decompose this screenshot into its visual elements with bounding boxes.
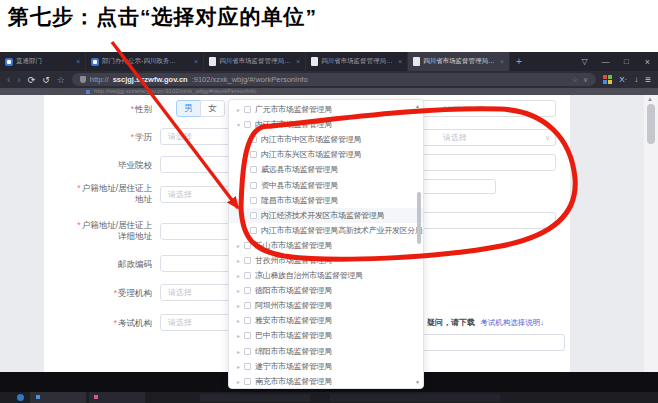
scrollbar-up-icon[interactable]: ▲: [647, 96, 653, 102]
checkbox[interactable]: [244, 332, 251, 339]
tree-item[interactable]: ▸阿坝州市场监督管理局: [229, 298, 423, 313]
browser-address-bar: ‹ › ⟳ ↺ ☆ http:// sscjgj.sczwfw.gov.cn :…: [0, 71, 658, 88]
extensions-grid-icon[interactable]: [603, 75, 612, 84]
education-label: *学历: [74, 132, 152, 143]
tree-scroll-up-icon[interactable]: ▲: [415, 103, 420, 109]
url-input[interactable]: http:// sscjgj.sczwfw.gov.cn :9102/xzxk_…: [72, 73, 596, 86]
gender-female-button[interactable]: 女: [200, 100, 225, 117]
expand-arrow-icon[interactable]: ▸: [237, 272, 244, 279]
tab-bumen-gongshi[interactable]: 部门办件公示-四川政务服务网 ×: [86, 52, 204, 71]
tree-item[interactable]: ▸乐山市市场监督管理局: [229, 238, 423, 253]
expand-arrow-icon[interactable]: ▸: [237, 106, 244, 113]
tree-item[interactable]: ▸凉山彝族自治州市场监督管理局: [229, 268, 423, 283]
tab-scjgj-active[interactable]: 四川省市场监督管理局网上办 ×: [408, 52, 510, 71]
checkbox[interactable]: [250, 182, 257, 189]
checkbox[interactable]: [250, 212, 257, 219]
checkbox[interactable]: [244, 272, 251, 279]
checkbox[interactable]: [250, 227, 257, 234]
expand-arrow-icon[interactable]: ▸: [237, 332, 244, 339]
expand-arrow-icon[interactable]: ▸: [237, 348, 244, 355]
tree-scrollbar-thumb[interactable]: [417, 192, 421, 244]
minimize-button[interactable]: —: [595, 52, 616, 71]
gender-male-button[interactable]: 男: [176, 100, 201, 117]
expand-arrow-icon[interactable]: ▸: [237, 302, 244, 309]
tree-item[interactable]: ▾内江市市场监督管理局: [229, 117, 423, 132]
checkbox[interactable]: [244, 363, 251, 370]
tree-item[interactable]: 隆昌市市场监督管理局: [229, 193, 423, 208]
exam-org-label: *考试机构: [74, 318, 152, 329]
tree-item[interactable]: 资中县市场监督管理局: [229, 177, 423, 192]
new-tab-button[interactable]: +: [510, 52, 528, 71]
forward-icon[interactable]: ›: [17, 75, 20, 85]
tree-item[interactable]: 威远县市场监督管理局: [229, 162, 423, 177]
collapse-arrow-icon[interactable]: ▾: [237, 121, 244, 128]
checkbox[interactable]: [244, 378, 251, 385]
checkbox[interactable]: [244, 348, 251, 355]
expand-arrow-icon[interactable]: ▸: [237, 242, 244, 249]
tree-item[interactable]: ▸巴中市市场监督管理局: [229, 328, 423, 343]
exam-org-guide-link[interactable]: 考试机构选择说明↓: [480, 318, 544, 327]
tree-item[interactable]: ▸遂宁市市场监督管理局: [229, 359, 423, 374]
checkbox[interactable]: [250, 166, 257, 173]
tree-item[interactable]: 内江市市场监督管理局高新技术产业开发区分局: [229, 223, 423, 238]
favorite-star-icon[interactable]: ☆: [57, 75, 65, 85]
expand-arrow-icon[interactable]: ▸: [237, 363, 244, 370]
tab-close-icon[interactable]: ×: [398, 58, 402, 65]
expand-arrow-icon[interactable]: ▸: [237, 378, 244, 385]
right-input[interactable]: [412, 212, 556, 229]
maximize-button[interactable]: □: [616, 52, 637, 71]
tree-item[interactable]: ▸广元市市场监督管理局: [229, 102, 423, 117]
checkbox[interactable]: [244, 257, 251, 264]
tree-item[interactable]: 内江市东兴区市场监督管理局: [229, 147, 423, 162]
checkbox[interactable]: [244, 106, 251, 113]
bookmark-star-icon[interactable]: ☆: [572, 76, 578, 84]
chevron-down-icon[interactable]: ∨: [583, 76, 588, 84]
tree-item[interactable]: ▸甘孜州市场监督管理局: [229, 253, 423, 268]
right-small-input[interactable]: [412, 179, 496, 194]
school-label: 毕业院校: [74, 160, 152, 171]
checkbox[interactable]: [250, 151, 257, 158]
expand-arrow-icon[interactable]: ▸: [237, 287, 244, 294]
birth-date-input[interactable]: 1975-09-23: [412, 100, 556, 117]
tree-item-hovered[interactable]: 内江经济技术开发区市场监督管理局: [229, 208, 423, 223]
checkbox[interactable]: [250, 136, 257, 143]
residence-label: *户籍地址/居住证上地址: [74, 183, 152, 205]
close-window-button[interactable]: ×: [637, 52, 658, 71]
checkbox[interactable]: [244, 317, 251, 324]
translate-icon[interactable]: X·: [619, 75, 627, 84]
tree-item[interactable]: 内江市市中区市场监督管理局: [229, 132, 423, 147]
expand-arrow-icon[interactable]: ▸: [237, 257, 244, 264]
funnel-icon[interactable]: ▽: [574, 52, 595, 71]
scrollbar-thumb[interactable]: [647, 104, 655, 144]
tree-item[interactable]: ▸雅安市市场监督管理局: [229, 313, 423, 328]
tab-zhitong-bumen[interactable]: 直通部门 ×: [0, 52, 86, 71]
tree-item[interactable]: ▸绵阳市市场监督管理局: [229, 344, 423, 359]
right-select[interactable]: 请选择∨: [412, 129, 556, 146]
checkbox[interactable]: [250, 197, 257, 204]
site-favicon: [91, 58, 99, 66]
tree-item[interactable]: ▸德阳市市场监督管理局: [229, 283, 423, 298]
checkbox[interactable]: [244, 121, 251, 128]
taskbar-browser-icon[interactable]: [17, 394, 24, 401]
reload-icon[interactable]: ⟳: [28, 75, 36, 85]
tab-close-icon[interactable]: ×: [194, 58, 198, 65]
refresh-icon[interactable]: ↺: [42, 75, 50, 85]
tab-scjgj-1[interactable]: 四川省市场监督管理局网上办 ×: [204, 52, 306, 71]
tab-close-icon[interactable]: ×: [296, 58, 300, 65]
download-icon[interactable]: ↓: [634, 75, 638, 84]
tree-item[interactable]: ▸南充市市场监督管理局: [229, 374, 423, 389]
expand-arrow-icon[interactable]: ▸: [237, 317, 244, 324]
checkbox[interactable]: [244, 302, 251, 309]
back-icon[interactable]: ‹: [7, 75, 10, 85]
postcode-label: 邮政编码: [74, 259, 152, 270]
right-input[interactable]: [412, 154, 556, 171]
right-bottom-input[interactable]: [420, 334, 565, 351]
tree-scroll-down-icon[interactable]: ▼: [415, 379, 420, 385]
tree-item-label: 绵阳市市场监督管理局: [255, 346, 332, 357]
tab-close-icon[interactable]: ×: [500, 58, 504, 65]
tab-close-icon[interactable]: ×: [76, 58, 80, 65]
checkbox[interactable]: [244, 242, 251, 249]
tab-scjgj-2[interactable]: 四川省市场监督管理局网上办 ×: [306, 52, 408, 71]
checkbox[interactable]: [244, 287, 251, 294]
menu-icon[interactable]: ≡: [645, 74, 651, 85]
